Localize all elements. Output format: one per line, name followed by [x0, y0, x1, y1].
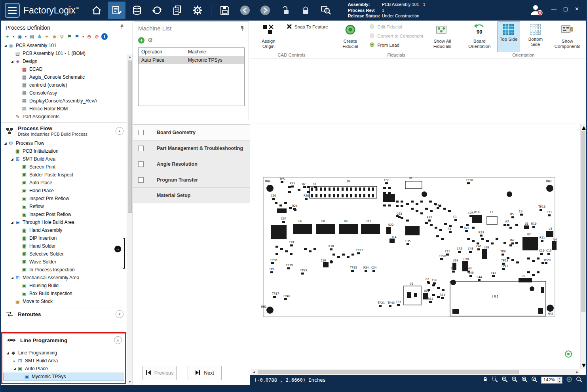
scroll-down-arrow[interactable]: ▼: [127, 379, 133, 385]
machine-settings-button[interactable]: ⚙: [148, 37, 153, 44]
dropdown-icon[interactable]: ▾: [24, 33, 27, 40]
from-lead-button[interactable]: From Lead: [368, 41, 425, 49]
show-components-button[interactable]: Show Components: [551, 21, 584, 52]
tree-item-move-to-stock[interactable]: ▣Move to Stock: [1, 297, 127, 305]
cad-canvas[interactable]: MH4TP5Q2Q1R25J9C56J8TP30MH3C26R26R24U23R…: [250, 59, 586, 375]
tree-item-inspect-pre-reflow[interactable]: ▣Inspect Pre Reflow: [1, 195, 127, 203]
hold-icon[interactable]: ∥: [101, 33, 108, 40]
tree-item-process-flow[interactable]: ◢⚙Process Flow: [1, 139, 127, 147]
tree-item-consoleassy[interactable]: ▤ConsoleAssy: [1, 89, 127, 97]
next-button[interactable]: Next: [188, 366, 222, 380]
scroll-up-arrow[interactable]: ▲: [127, 54, 133, 60]
assign-user-icon[interactable]: ☻: [51, 33, 57, 40]
zoom-level-value[interactable]: 142%: [541, 377, 557, 383]
canvas-scroll-left[interactable]: ◀: [251, 371, 257, 374]
canvas-hscroll-thumb[interactable]: [258, 370, 519, 374]
expander-icon[interactable]: ◢: [12, 367, 17, 371]
tree-item-line-programming[interactable]: ◢◆Line Programming: [3, 349, 124, 357]
top-side-button[interactable]: Top Side: [497, 21, 520, 52]
edit-fiducial-button[interactable]: Edit Fiducial: [368, 23, 425, 31]
tree-item-aegis-console-schematic[interactable]: ▤Aegis_Console Schematic: [1, 73, 127, 81]
add-machine-button[interactable]: +: [138, 37, 144, 44]
collapse-up-button[interactable]: ▲: [116, 127, 123, 135]
block-icon[interactable]: ⊘: [94, 33, 100, 40]
tree-item-design[interactable]: ◢◈Design: [1, 57, 127, 65]
expander-icon[interactable]: ◢: [5, 351, 10, 355]
expander-icon[interactable]: ◢: [3, 142, 8, 145]
reroutes-header[interactable]: Reroutes ▼: [1, 307, 127, 321]
previous-button[interactable]: Previous: [142, 366, 177, 380]
left-panel-scrollbar[interactable]: ▲ ▼: [127, 54, 133, 385]
tree-item-solder-paste-inspect[interactable]: ▣Solder Paste Inspect: [1, 171, 127, 179]
reroute-arrow-icon[interactable]: →: [114, 246, 121, 252]
column-header-operation[interactable]: Operation: [139, 48, 185, 56]
zoom-level-control[interactable]: 142% ▲ ▼: [541, 377, 562, 384]
machine-list-pin-icon[interactable]: [240, 26, 245, 33]
search-icon[interactable]: ⚲: [59, 33, 65, 40]
documents-button[interactable]: [169, 2, 186, 19]
pan-icon[interactable]: [566, 376, 572, 384]
canvas-scroll-thumb[interactable]: [581, 131, 585, 312]
column-header-machine[interactable]: Machine: [185, 48, 244, 56]
tree-item-hand-assembly[interactable]: ▣Hand Assembly: [1, 226, 127, 234]
line-programming-header[interactable]: Line Programming ▲: [2, 333, 125, 347]
publish-icon[interactable]: ◉: [17, 33, 23, 40]
tree-item-auto-place[interactable]: ◢▣Auto Place: [3, 365, 124, 373]
zoom-out-icon[interactable]: [511, 376, 518, 384]
convert-to-component-button[interactable]: Convert to Component: [368, 32, 425, 40]
bottom-side-button[interactable]: Bottom Side: [521, 21, 550, 52]
tree-item-box-build-inspection[interactable]: ▣Box Build Inspection: [1, 290, 127, 297]
tree-item-pcb-initialization[interactable]: ▣PCB Initialization: [1, 147, 127, 155]
tree-item-reflow[interactable]: ▣Reflow: [1, 203, 127, 210]
zoom-selection-icon[interactable]: [531, 376, 538, 384]
snap-to-feature-button[interactable]: Snap To Feature: [285, 23, 330, 31]
unlock-button[interactable]: [277, 2, 294, 19]
tree-item-dip-insertion[interactable]: ▣DIP Insertion: [1, 234, 127, 242]
canvas-horizontal-scrollbar[interactable]: ◀ ▶: [251, 369, 580, 375]
expand-down-button[interactable]: ▼: [116, 310, 123, 318]
sync-button[interactable]: [148, 2, 166, 19]
locate-button[interactable]: [565, 350, 572, 358]
process-definition-tab-button[interactable]: [108, 2, 125, 19]
tree-item-housing-build[interactable]: ▣Housing Build: [1, 282, 127, 290]
settings-gear-button[interactable]: [189, 2, 206, 19]
flag-green-icon[interactable]: ⚑: [66, 33, 72, 40]
branch-icon[interactable]: ⋔: [36, 33, 42, 40]
tree-item-pcb-assembly-101-1-bom[interactable]: ▤PCB Assembly 101 - 1 (BOM): [1, 49, 127, 57]
section-angle-resolution[interactable]: Angle Resolution: [133, 156, 250, 172]
tree-item-selective-solder[interactable]: ▣Selective Solder: [1, 250, 127, 258]
flag-blue-icon[interactable]: ⚑: [74, 33, 80, 40]
refresh-view-icon[interactable]: [576, 376, 582, 384]
process-flow-header[interactable]: Process Flow Drake Industries PCB Build …: [1, 122, 127, 139]
remove-icon[interactable]: ⊖: [86, 33, 92, 40]
show-all-fiducials-button[interactable]: Show All Fiducials: [426, 21, 459, 52]
tree-item-pcb-assembly-101[interactable]: ◢◎PCB Assembly 101: [1, 42, 127, 49]
section-part-management-troubleshooting[interactable]: Part Management & Troubleshooting: [133, 140, 250, 156]
section-checkbox[interactable]: [138, 161, 144, 167]
canvas-scroll-up[interactable]: ▲: [581, 124, 586, 131]
board-orientation-button[interactable]: 90 Board Orientation: [463, 21, 496, 52]
dropdown-icon[interactable]: ▾: [82, 33, 85, 40]
back-button[interactable]: [236, 2, 254, 19]
canvas-scroll-down[interactable]: ▼: [581, 362, 586, 369]
tree-item-helico-rotor-bom[interactable]: ▤Helico-Rotor BOM: [1, 105, 127, 113]
save-button[interactable]: [216, 2, 234, 19]
tree-item-displayconsoleassembly-reva[interactable]: ▤DisplayConsoleAssembly_RevA: [1, 97, 127, 105]
zoom-step-down[interactable]: ▼: [557, 380, 562, 383]
materials-button[interactable]: [128, 2, 146, 19]
scroll-thumb[interactable]: [128, 61, 132, 213]
lock-view-icon[interactable]: [483, 377, 488, 383]
canvas-scroll-right[interactable]: ▶: [574, 371, 580, 374]
expander-icon[interactable]: ◢: [3, 44, 8, 47]
tree-item-hand-solder[interactable]: ▣Hand Solder: [1, 242, 127, 250]
machine-row-mycronic-tpsys[interactable]: Auto PlaceMycronic TPSys: [139, 56, 244, 64]
tree-item-centroid-console[interactable]: ▤centroid (console): [1, 81, 127, 89]
tree-item-ecad[interactable]: ▦ECAD: [1, 65, 127, 73]
print-icon[interactable]: ▤: [29, 33, 35, 40]
zoom-in-icon[interactable]: [502, 376, 508, 384]
tree-item-mechanical-assembly-area[interactable]: ◢⊞Mechanical Assembly Area: [1, 274, 127, 282]
close-button[interactable]: ✕: [575, 6, 579, 12]
maximize-button[interactable]: ▢: [563, 6, 568, 12]
key-icon[interactable]: ✦: [44, 33, 50, 40]
dropdown-icon[interactable]: ▾: [12, 33, 15, 40]
